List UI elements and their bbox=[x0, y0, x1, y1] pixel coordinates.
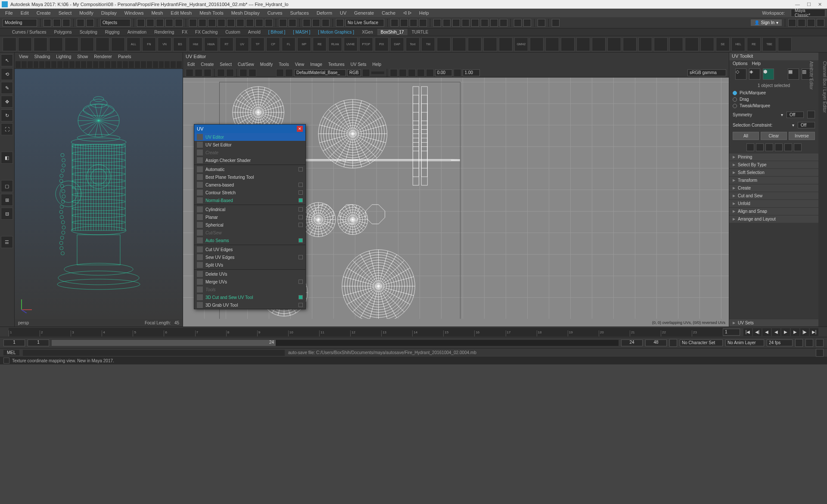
menu-windows[interactable]: Windows bbox=[121, 9, 147, 16]
sign-in-button[interactable]: 👤 Sign In ▾ bbox=[751, 19, 782, 26]
ctx-menu-item[interactable]: Normal-Based bbox=[194, 196, 305, 204]
vp-tool-btn[interactable] bbox=[16, 61, 21, 68]
sel-btn[interactable] bbox=[765, 143, 773, 151]
shelf-button[interactable] bbox=[34, 37, 47, 51]
uv-tool-btn[interactable] bbox=[249, 69, 256, 77]
vp-tool-btn[interactable] bbox=[69, 61, 75, 68]
shelf-button[interactable]: TM bbox=[421, 37, 435, 51]
uv-tool-btn[interactable] bbox=[239, 69, 247, 77]
snap-point-button[interactable] bbox=[156, 19, 164, 27]
shelf-button[interactable] bbox=[65, 37, 78, 51]
ctx-menu-item[interactable]: UV Set Editor bbox=[194, 141, 305, 149]
shelf-button[interactable]: MP bbox=[297, 37, 311, 51]
vp-menu-panels[interactable]: Panels bbox=[115, 54, 134, 59]
shelf-button[interactable] bbox=[576, 37, 590, 51]
ctx-menu-item[interactable]: Auto Seams bbox=[194, 236, 305, 244]
uv-gamma-dropdown[interactable]: sRGB gamma bbox=[687, 69, 726, 76]
shelf-button[interactable]: VN bbox=[158, 37, 171, 51]
tool-btn[interactable] bbox=[246, 19, 254, 27]
toolkit-accordion[interactable]: Unfold bbox=[729, 199, 818, 207]
vp-tool-btn[interactable] bbox=[39, 61, 44, 68]
shelf-tab[interactable]: Arnold bbox=[245, 29, 264, 35]
tool-btn[interactable] bbox=[500, 19, 507, 27]
toolkit-accordion[interactable]: Arrange and Layout bbox=[729, 215, 818, 223]
shelf-button[interactable]: Text bbox=[406, 37, 420, 51]
shelf-button[interactable]: SE bbox=[716, 37, 730, 51]
menu-arrows[interactable]: ᐊ ᐅ bbox=[400, 9, 415, 17]
open-scene-button[interactable] bbox=[53, 19, 61, 27]
shelf-button[interactable] bbox=[700, 37, 714, 51]
shelf-button[interactable] bbox=[483, 37, 497, 51]
shelf-button[interactable] bbox=[18, 37, 32, 51]
timeline-ruler[interactable]: 1234567891011121314151617181920212223 bbox=[9, 328, 723, 336]
shelf-button[interactable] bbox=[545, 37, 559, 51]
uv-tool-btn[interactable] bbox=[426, 69, 434, 77]
uv-menu-image[interactable]: Image bbox=[308, 62, 325, 67]
select-tool[interactable]: ↖ bbox=[1, 54, 13, 66]
tool-btn[interactable] bbox=[514, 19, 522, 27]
shelf-button[interactable] bbox=[607, 37, 621, 51]
tool-btn[interactable] bbox=[189, 19, 197, 27]
scale-tool[interactable]: ⛶ bbox=[1, 123, 13, 135]
vp-tool-btn[interactable] bbox=[57, 61, 62, 68]
redo-button[interactable] bbox=[86, 19, 94, 27]
shelf-button[interactable]: UV bbox=[235, 37, 249, 51]
ctx-menu-item[interactable]: Automatic bbox=[194, 165, 305, 173]
play-forward-button[interactable]: ▶ bbox=[781, 328, 790, 336]
tool-btn[interactable] bbox=[788, 19, 796, 27]
current-frame-field[interactable]: 1 bbox=[723, 329, 740, 336]
tool-btn[interactable] bbox=[303, 19, 311, 27]
menu-mesh-display[interactable]: Mesh Display bbox=[228, 9, 263, 16]
uv-tool-btn[interactable] bbox=[390, 69, 398, 77]
sel-clear-button[interactable]: Clear bbox=[761, 132, 787, 140]
radio-drag[interactable]: Drag bbox=[729, 96, 818, 103]
shelf-button[interactable] bbox=[80, 37, 94, 51]
script-lang-label[interactable]: MEL bbox=[3, 350, 19, 355]
go-start-button[interactable]: |◀ bbox=[743, 328, 752, 336]
shelf-button[interactable] bbox=[654, 37, 668, 51]
toolkit-options[interactable]: Options bbox=[733, 61, 747, 66]
menu-display[interactable]: Display bbox=[98, 9, 120, 16]
vp-tool-btn[interactable] bbox=[87, 61, 92, 68]
vp-tool-btn[interactable] bbox=[141, 61, 146, 68]
uv-menu-select[interactable]: Select bbox=[217, 62, 234, 67]
tool-btn[interactable] bbox=[471, 19, 479, 27]
vp-tool-btn[interactable] bbox=[45, 61, 50, 68]
workspace-selector[interactable]: Maya Classic* bbox=[791, 9, 825, 17]
vp-tool-btn[interactable] bbox=[159, 61, 164, 68]
uv-exp-field[interactable]: 1.00 bbox=[463, 69, 480, 76]
prefs-button[interactable] bbox=[805, 339, 813, 347]
toolkit-accordion[interactable]: Create bbox=[729, 184, 818, 192]
grow-sel-button[interactable] bbox=[746, 143, 754, 151]
uv-tool-btn[interactable] bbox=[362, 69, 370, 77]
uv-menu-help[interactable]: Help bbox=[370, 62, 384, 67]
shelf-tab[interactable]: TURTLE bbox=[408, 29, 432, 35]
playback-end-field[interactable]: 24 bbox=[621, 339, 643, 346]
uv-tool-btn[interactable] bbox=[408, 69, 416, 77]
ctx-menu-item[interactable]: 3D Cut and Sew UV Tool bbox=[194, 293, 305, 301]
ctx-menu-item[interactable]: 3D Grab UV Tool bbox=[194, 301, 305, 309]
vp-tool-btn[interactable] bbox=[129, 61, 134, 68]
toolkit-accordion[interactable]: Align and Snap bbox=[729, 207, 818, 215]
ctx-menu-item[interactable]: Planar bbox=[194, 213, 305, 221]
tool-btn[interactable] bbox=[523, 19, 531, 27]
shelf-button[interactable]: HEL bbox=[731, 37, 745, 51]
step-back-button[interactable]: ◀ bbox=[762, 328, 771, 336]
vp-tool-btn[interactable] bbox=[123, 61, 128, 68]
uv-menu-tools[interactable]: Tools bbox=[276, 62, 291, 67]
shelf-button[interactable]: GMH2 bbox=[514, 37, 528, 51]
script-editor-button[interactable] bbox=[816, 349, 824, 357]
ctx-close-button[interactable]: ✕ bbox=[297, 126, 303, 132]
menu-mesh-tools[interactable]: Mesh Tools bbox=[196, 9, 227, 16]
uv-tool-btn[interactable] bbox=[417, 69, 425, 77]
shelf-tab[interactable]: FX bbox=[178, 29, 191, 35]
shelf-button[interactable]: FN bbox=[142, 37, 156, 51]
sel-btn[interactable] bbox=[784, 143, 792, 151]
command-input[interactable] bbox=[23, 350, 285, 356]
shelf-tab[interactable]: Custom bbox=[222, 29, 243, 35]
uv-dim-field[interactable]: 0.00 bbox=[435, 69, 452, 76]
vp-tool-btn[interactable] bbox=[171, 61, 176, 68]
radio-pick-marquee[interactable]: Pick/Marquee bbox=[729, 90, 818, 96]
shelf-button[interactable]: RE bbox=[747, 37, 761, 51]
symmetry-dropdown[interactable]: Off bbox=[787, 112, 804, 118]
